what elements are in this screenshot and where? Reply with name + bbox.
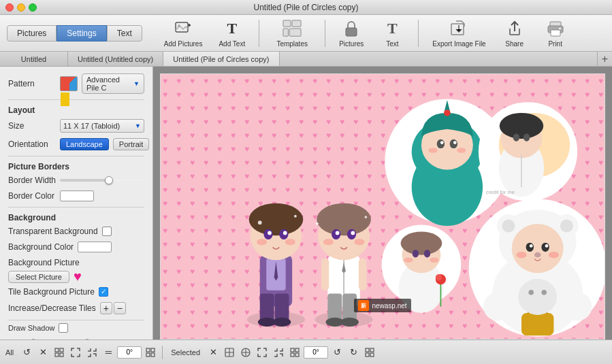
background-title: Background — [8, 213, 144, 222]
svg-rect-107 — [55, 348, 59, 352]
add-text-button[interactable]: T Add Text — [210, 16, 253, 50]
minus-button[interactable]: − — [114, 302, 126, 314]
transparent-bg-row: Transparent Background — [8, 227, 144, 236]
svg-point-60 — [437, 139, 445, 148]
add-text-label: Add Text — [219, 40, 245, 48]
svg-rect-109 — [55, 353, 59, 357]
add-tab-button[interactable]: + — [597, 52, 612, 66]
border-color-label: Border Color — [8, 191, 56, 201]
draw-shadow-row: Draw Shadow — [8, 323, 144, 333]
toolbar-divider-1 — [259, 20, 259, 47]
draw-shadow-label: Draw Shadow — [8, 324, 54, 332]
sel-icon1[interactable] — [222, 345, 237, 360]
plus-minus-controls: + − — [100, 302, 126, 314]
landscape-button[interactable]: Landscape — [60, 138, 109, 150]
border-width-slider[interactable] — [60, 179, 144, 182]
shrink-icon[interactable] — [84, 345, 99, 360]
svg-point-51 — [354, 239, 364, 245]
traffic-lights — [5, 3, 37, 12]
svg-point-25 — [249, 203, 304, 235]
share-label: Share — [505, 40, 524, 48]
tile-bg-checkbox[interactable]: ✓ — [99, 287, 108, 297]
svg-rect-127 — [366, 353, 369, 357]
export-button[interactable]: Export Image File — [424, 16, 494, 50]
titlebar: Untitled (Pile of Circles copy) — [0, 0, 612, 15]
border-width-label: Border Width — [8, 176, 56, 185]
grid2-icon[interactable] — [143, 345, 158, 360]
tab-untitled[interactable]: Untitled — [0, 52, 68, 66]
picture-borders-title: Picture Borders — [8, 162, 144, 171]
svg-point-23 — [273, 318, 291, 327]
sel-icon2[interactable] — [238, 345, 253, 360]
plus-button[interactable]: + — [100, 302, 112, 314]
svg-point-93 — [518, 279, 557, 315]
templates-button[interactable]: Templates — [265, 16, 319, 50]
expand-icon[interactable] — [68, 345, 83, 360]
sel-rotate-ccw-icon[interactable]: ↺ — [329, 345, 344, 360]
transparent-bg-checkbox[interactable] — [102, 227, 112, 236]
degree-value: 0° — [126, 348, 133, 356]
portrait-button[interactable]: Portrait — [113, 138, 149, 150]
tab-settings[interactable]: Settings — [57, 25, 106, 42]
bg-color-swatch[interactable] — [78, 242, 112, 252]
svg-rect-92 — [521, 313, 553, 335]
border-width-slider-container — [60, 179, 144, 182]
tab-text[interactable]: Text — [107, 25, 142, 42]
tile-bg-row: Tile Background Picture ✓ — [8, 287, 144, 297]
svg-rect-112 — [151, 348, 155, 352]
svg-point-91 — [564, 293, 592, 321]
y-thumb[interactable] — [84, 339, 91, 340]
size-row: Size 11 X 17 (Tabloid) ▼ — [8, 119, 144, 133]
share-button[interactable]: Share — [494, 16, 535, 50]
add-pictures-label: Add Pictures — [164, 40, 203, 48]
grid-icon[interactable] — [52, 345, 67, 360]
border-color-swatch[interactable] — [60, 191, 94, 201]
svg-point-61 — [450, 139, 457, 148]
pictures-btn[interactable]: Pictures — [331, 16, 372, 50]
add-pictures-button[interactable]: Add Pictures — [156, 16, 211, 50]
x-thumb[interactable] — [30, 339, 37, 340]
sel-expand-icon[interactable] — [255, 345, 270, 360]
text-btn[interactable]: T Text — [372, 16, 413, 50]
minimize-button[interactable] — [17, 3, 25, 12]
rotate-ccw-icon[interactable]: ↺ — [19, 345, 34, 360]
size-select[interactable]: 11 X 17 (Tabloid) ▼ — [60, 119, 144, 133]
close-icon[interactable]: ✕ — [35, 345, 50, 360]
svg-point-90 — [483, 293, 512, 321]
tab-untitled-copy[interactable]: Untitled (Untitled copy) — [68, 52, 163, 66]
divider-2 — [8, 156, 144, 156]
border-width-thumb[interactable] — [105, 176, 113, 184]
pattern-label: Pattern — [8, 79, 56, 88]
print-button[interactable]: Print — [535, 16, 576, 50]
divider-4 — [8, 320, 144, 320]
sel-grid2-icon[interactable] — [362, 345, 377, 360]
left-panel: Pattern Advanced Pile C ▼ Layout Size 11… — [0, 67, 153, 340]
svg-rect-12 — [551, 30, 560, 36]
pattern-dropdown[interactable]: Advanced Pile C ▼ — [82, 73, 144, 94]
svg-point-101 — [424, 250, 430, 257]
svg-point-62 — [440, 141, 444, 144]
sel-rotate-cw-icon[interactable]: ↻ — [346, 345, 361, 360]
select-picture-button[interactable]: Select Picture — [8, 271, 69, 283]
sel-shrink-icon[interactable] — [271, 345, 286, 360]
close-button[interactable] — [5, 3, 14, 12]
maximize-button[interactable] — [29, 3, 37, 12]
sel-close-icon[interactable]: ✕ — [206, 345, 221, 360]
text-icon: T — [383, 19, 402, 38]
canvas-illustration: ✦ ✦ — [161, 74, 605, 339]
tab-pictures[interactable]: Pictures — [7, 25, 57, 42]
svg-point-63 — [453, 141, 457, 144]
equal-icon[interactable]: ═ — [101, 345, 116, 360]
tab-pile-copy[interactable]: Untitled (Pile of Circles copy) — [163, 52, 279, 66]
degree-input[interactable]: 0° — [117, 346, 142, 359]
sel-degree-input[interactable]: 0° — [304, 346, 328, 359]
share-icon — [505, 19, 524, 38]
toolbar: Pictures Settings Text Add Pictures T Ad… — [0, 15, 612, 52]
selected-label: Selected — [171, 348, 200, 357]
svg-point-81 — [560, 219, 573, 232]
svg-point-50 — [323, 239, 334, 245]
draw-shadow-checkbox[interactable] — [59, 323, 68, 333]
sel-grid-icon[interactable] — [287, 345, 302, 360]
svg-point-106 — [436, 274, 442, 280]
svg-point-88 — [549, 252, 559, 258]
